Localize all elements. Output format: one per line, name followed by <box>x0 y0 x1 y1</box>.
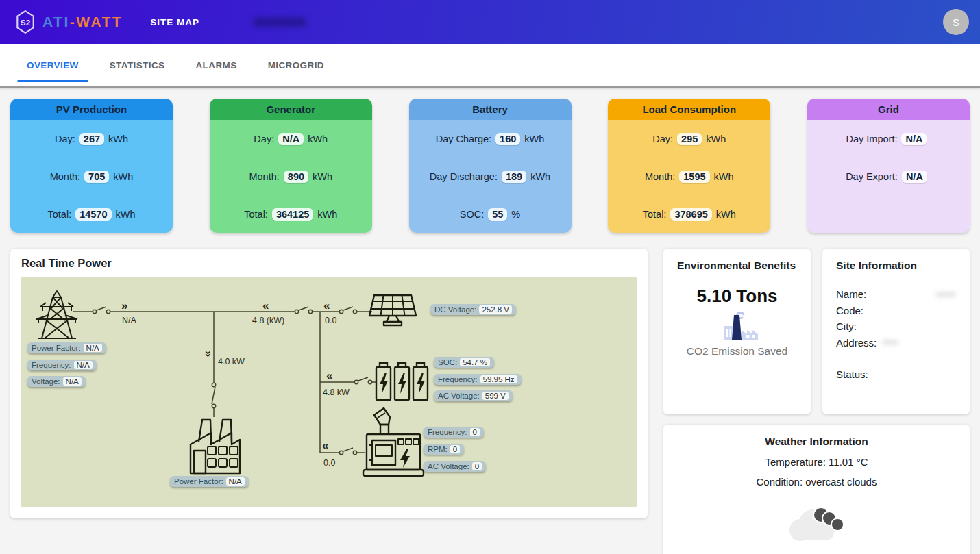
generator-card: Generator Day:N/AkWh Month:890kWh Total:… <box>210 99 372 233</box>
stat-line: Day Export:N/A <box>807 158 970 195</box>
load-flow-arrow: » <box>202 351 215 357</box>
generator-rpm-badge: RPM:0 <box>424 444 464 455</box>
site-status-row: Status: <box>836 366 956 383</box>
stat-value: N/A <box>901 133 927 145</box>
active-tab-underline <box>17 80 88 82</box>
stat-value: 890 <box>284 171 308 183</box>
generator-flow-value: 0.0 <box>323 458 335 468</box>
environmental-benefits-title: Environmental Benefits <box>677 260 797 272</box>
factory-load-icon <box>191 420 240 473</box>
stat-value: 364125 <box>272 208 313 221</box>
stat-line: Day Discharge:189kWh <box>409 158 572 195</box>
load-consumption-card-title: Load Consumption <box>608 99 770 120</box>
co2-saved-amount: 5.10 Tons <box>677 286 797 307</box>
tab-statistics[interactable]: STATISTICS <box>100 44 175 86</box>
redacted-site-name <box>253 18 306 27</box>
stat-value: 14570 <box>75 208 111 221</box>
grid-frequency-badge: Frequency:N/A <box>27 360 97 370</box>
load-power-factor-badge: Power Factor:N/A <box>170 476 249 487</box>
stat-value: 705 <box>84 171 109 183</box>
stat-value: 295 <box>677 133 702 145</box>
stat-value: N/A <box>902 171 927 183</box>
brand-ati: ATI <box>42 14 70 29</box>
battery-flow-arrow: « <box>326 369 332 382</box>
tab-alarms-label: ALARMS <box>195 60 236 71</box>
stat-value: 189 <box>502 171 526 183</box>
brand-watt: -WATT <box>70 14 123 29</box>
topbar: S2 ATI-WATT SITE MAP S <box>0 0 980 44</box>
stat-line: Month:1595kWh <box>608 158 770 195</box>
hexagon-logo-icon: S2 <box>15 10 36 34</box>
tab-statistics-label: STATISTICS <box>110 60 165 71</box>
generator-icon <box>363 408 424 476</box>
redacted-value <box>935 292 956 297</box>
stat-value: 160 <box>495 133 520 145</box>
grid-voltage-badge: Voltage:N/A <box>27 376 86 387</box>
site-code-row: Code: <box>836 303 956 319</box>
grid-flow-arrow: » <box>121 299 127 312</box>
stat-line: Total:364125kWh <box>210 195 372 233</box>
stat-line: Day:267kWh <box>10 120 173 158</box>
battery-ac-voltage-badge: AC Voltage:599 V <box>434 390 513 401</box>
user-avatar[interactable]: S <box>943 9 969 35</box>
site-name-row: Name: <box>836 286 956 303</box>
grid-tower-icon <box>36 291 77 338</box>
real-time-power-title: Real Time Power <box>21 257 637 270</box>
pv-dc-voltage-badge: DC Voltage:252.8 V <box>430 304 516 315</box>
co2-saved-caption: CO2 Emission Saved <box>677 345 797 357</box>
battery-soc-badge: SOC:54.7 % <box>434 357 494 368</box>
stat-line: Month:890kWh <box>210 158 372 195</box>
stat-value: 378695 <box>670 208 711 221</box>
solar-panel-icon <box>369 295 416 325</box>
pv-production-card-title: PV Production <box>10 99 173 120</box>
grid-card: Grid Day Import:N/A Day Export:N/A <box>807 99 970 233</box>
pv-production-card: PV Production Day:267kWh Month:705kWh To… <box>10 99 173 233</box>
page-title: SITE MAP <box>150 17 199 27</box>
weather-information-card: Weather Information Temperature: 11.01 °… <box>663 425 970 554</box>
battery-card: Battery Day Charge:160kWh Day Discharge:… <box>409 99 572 233</box>
grid-card-title: Grid <box>807 99 970 120</box>
stat-line: Total:378695kWh <box>608 195 770 233</box>
pv-flow-value: 0.0 <box>325 316 336 325</box>
stat-line: Day Import:N/A <box>807 120 970 158</box>
generator-card-title: Generator <box>210 99 372 120</box>
power-flow-diagram: » N/A « 4.8 (kW) « 0.0 » 4.0 kW « 4.8 kW… <box>21 277 637 507</box>
grid-power-factor-badge: Power Factor:N/A <box>27 342 106 353</box>
stat-line: SOC:55% <box>409 195 572 233</box>
stat-line: Month:705kWh <box>10 158 173 195</box>
main-content: Real Time Power <box>10 249 970 554</box>
bus-flow-arrow: « <box>262 299 269 312</box>
weather-temperature: Temperature: 11.01 °C <box>674 456 959 468</box>
tab-microgrid[interactable]: MICROGRID <box>258 44 334 86</box>
stat-card-row: PV Production Day:267kWh Month:705kWh To… <box>10 99 970 233</box>
site-address-row: Address: <box>836 335 956 351</box>
battery-card-title: Battery <box>409 99 572 120</box>
stat-value: N/A <box>278 133 304 145</box>
right-column: Environmental Benefits 5.10 Tons CO2 Emi <box>663 249 970 554</box>
eco-factory-icon <box>677 310 797 342</box>
stat-line: Day:N/AkWh <box>210 120 372 158</box>
battery-bank-icon <box>376 363 428 400</box>
battery-flow-value: 4.8 kW <box>323 388 350 397</box>
tab-alarms[interactable]: ALARMS <box>186 44 246 86</box>
pv-flow-arrow: « <box>323 299 330 312</box>
tab-bar: OVERVIEW STATISTICS ALARMS MICROGRID <box>0 44 980 88</box>
load-flow-value: 4.0 kW <box>218 357 245 366</box>
generator-frequency-badge: Frequency:0 <box>424 427 484 438</box>
stat-line: Day Charge:160kWh <box>409 120 572 158</box>
site-information-title: Site Information <box>836 260 956 272</box>
stat-line: Total:14570kWh <box>10 195 173 233</box>
stat-line: Day:295kWh <box>608 120 770 158</box>
tab-overview[interactable]: OVERVIEW <box>17 44 88 86</box>
tab-microgrid-label: MICROGRID <box>268 60 324 71</box>
brand-logo[interactable]: S2 ATI-WATT <box>15 10 123 34</box>
load-consumption-card: Load Consumption Day:295kWh Month:1595kW… <box>608 99 770 233</box>
overcast-clouds-icon <box>674 500 959 548</box>
battery-frequency-badge: Frequency:59.95 Hz <box>434 374 522 385</box>
logo-text: S2 <box>21 18 31 27</box>
generator-flow-arrow: « <box>322 439 328 452</box>
weather-condition: Condition: overcast clouds <box>674 476 959 488</box>
bus-flow-value: 4.8 (kW) <box>252 316 284 325</box>
redacted-value <box>882 340 898 345</box>
site-information-card: Site Information Name: Code: City: Addre… <box>822 249 970 414</box>
